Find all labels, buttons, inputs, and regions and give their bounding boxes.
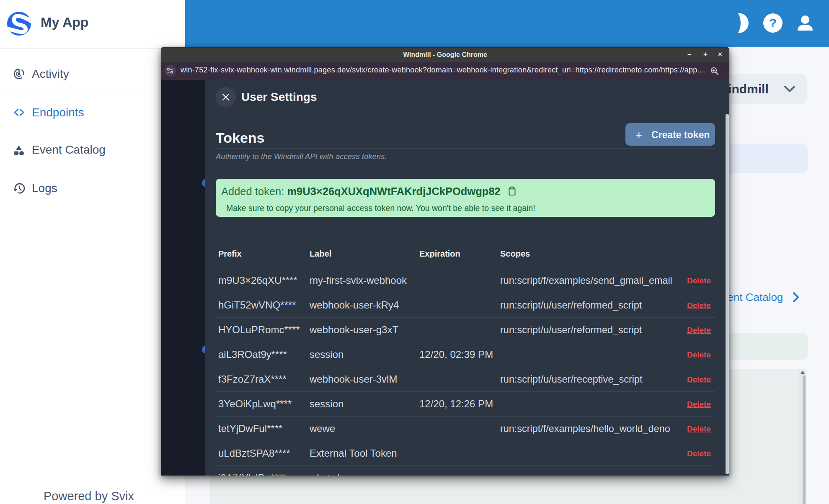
svg-text:?: ? [769, 16, 777, 30]
